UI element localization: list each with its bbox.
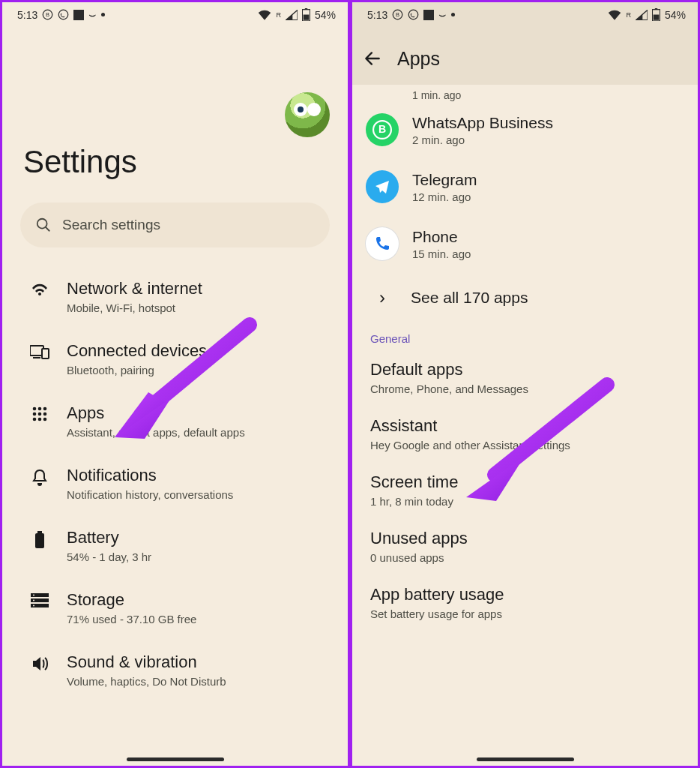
truncated-row-sub: 1 min. ago: [352, 89, 698, 101]
setting-sound[interactable]: Sound & vibrationVolume, haptics, Do Not…: [2, 639, 348, 701]
setting-storage[interactable]: Storage71% used - 37.10 GB free: [2, 577, 348, 639]
general-screen-time[interactable]: Screen time 1 hr, 8 min today: [352, 462, 698, 518]
battery-icon: [652, 8, 660, 21]
svg-point-27: [33, 605, 34, 607]
battery-icon: [34, 531, 45, 549]
svg-text:B: B: [378, 123, 386, 135]
setting-title: Apps: [67, 404, 245, 423]
general-unused-apps[interactable]: Unused apps 0 unused apps: [352, 518, 698, 574]
status-bar: 5:13 B ⌣ R 54%: [2, 2, 348, 24]
svg-point-12: [38, 407, 42, 411]
app-sub: 15 min. ago: [412, 248, 471, 260]
wifi-icon: [258, 10, 271, 20]
back-icon[interactable]: [363, 49, 382, 68]
status-time: 5:13: [17, 9, 37, 21]
app-row-phone[interactable]: Phone15 min. ago: [352, 215, 698, 272]
setting-title: Sound & vibration: [67, 652, 226, 672]
general-assistant[interactable]: Assistant Hey Google and other Assistant…: [352, 406, 698, 462]
r-indicator: R: [626, 11, 631, 19]
item-title: Default apps: [370, 360, 680, 380]
setting-apps[interactable]: AppsAssistant, recent apps, default apps: [2, 390, 348, 452]
app-name: Telegram: [412, 171, 477, 189]
app-name: Phone: [412, 228, 471, 246]
item-title: App battery usage: [370, 585, 680, 604]
svg-rect-34: [654, 15, 660, 20]
svg-point-14: [33, 412, 37, 416]
item-sub: Set battery usage for apps: [370, 608, 680, 620]
svg-rect-33: [655, 8, 657, 10]
setting-sub: 71% used - 37.10 GB free: [67, 613, 196, 626]
status-tilde-icon: ⌣: [438, 9, 447, 21]
search-input[interactable]: Search settings: [20, 202, 330, 248]
svg-point-2: [59, 10, 69, 20]
sound-icon: [31, 656, 49, 672]
setting-sub: Notification history, conversations: [67, 488, 233, 501]
nav-handle[interactable]: [127, 758, 224, 761]
wifi-icon: [608, 10, 621, 20]
status-icon-b: B: [392, 9, 403, 20]
app-sub: 12 min. ago: [412, 190, 477, 203]
setting-sub: Volume, haptics, Do Not Disturb: [67, 675, 226, 688]
search-placeholder: Search settings: [62, 217, 160, 233]
status-square-icon: [73, 10, 84, 20]
whatsapp-status-icon: [408, 9, 419, 20]
app-row-whatsapp-business[interactable]: B WhatsApp Business2 min. ago: [352, 101, 698, 158]
app-row-telegram[interactable]: Telegram12 min. ago: [352, 158, 698, 215]
header-title: Apps: [397, 48, 440, 70]
setting-title: Notifications: [67, 466, 233, 485]
item-title: Assistant: [370, 416, 680, 436]
svg-rect-20: [35, 533, 44, 548]
svg-rect-9: [42, 349, 49, 358]
svg-point-15: [38, 412, 42, 416]
svg-rect-21: [37, 531, 42, 533]
setting-title: Storage: [67, 590, 196, 610]
setting-sub: Bluetooth, pairing: [67, 364, 207, 376]
profile-avatar[interactable]: [285, 92, 330, 137]
svg-point-17: [33, 418, 37, 422]
general-default-apps[interactable]: Default apps Chrome, Phone, and Messages: [352, 350, 698, 406]
setting-title: Connected devices: [67, 341, 207, 361]
general-app-battery-usage[interactable]: App battery usage Set battery usage for …: [352, 574, 698, 631]
status-time: 5:13: [367, 9, 387, 21]
telegram-icon: [366, 170, 399, 203]
setting-sub: 54% - 1 day, 3 hr: [67, 550, 151, 563]
r-indicator: R: [276, 11, 281, 19]
svg-point-25: [33, 595, 34, 596]
status-dot-icon: [451, 13, 455, 16]
devices-icon: [30, 344, 49, 359]
status-square-icon: [423, 10, 434, 20]
nav-handle[interactable]: [477, 758, 574, 761]
see-all-apps[interactable]: › See all 170 apps: [352, 272, 698, 323]
status-bar: 5:13 B ⌣ R 54%: [352, 2, 698, 24]
setting-connected-devices[interactable]: Connected devicesBluetooth, pairing: [2, 328, 348, 390]
svg-text:B: B: [46, 11, 49, 18]
settings-screen: 5:13 B ⌣ R 54% Settings Search settings …: [2, 2, 348, 766]
svg-point-19: [43, 418, 47, 422]
signal-icon: [286, 10, 298, 20]
section-header-general: General: [352, 323, 698, 350]
app-sub: 2 min. ago: [412, 134, 553, 146]
whatsapp-business-icon: B: [366, 113, 399, 146]
setting-battery[interactable]: Battery54% - 1 day, 3 hr: [2, 514, 348, 577]
apps-screen: 5:13 B ⌣ R 54% Apps 1 min. ago B WhatsAp…: [352, 2, 698, 766]
chevron-right-icon: ›: [370, 287, 394, 308]
item-sub: Hey Google and other Assistant settings: [370, 439, 680, 452]
status-dot-icon: [101, 13, 105, 16]
setting-title: Battery: [67, 528, 151, 548]
item-sub: 0 unused apps: [370, 551, 680, 564]
svg-point-26: [33, 600, 34, 602]
svg-point-13: [43, 407, 47, 411]
svg-point-6: [37, 219, 47, 229]
signal-icon: [636, 10, 648, 20]
item-sub: Chrome, Phone, and Messages: [370, 382, 680, 395]
setting-notifications[interactable]: NotificationsNotification history, conve…: [2, 452, 348, 514]
setting-sub: Assistant, recent apps, default apps: [67, 426, 245, 439]
battery-percent: 54%: [315, 9, 336, 21]
svg-rect-5: [304, 15, 310, 20]
setting-network[interactable]: Network & internetMobile, Wi-Fi, hotspot: [2, 266, 348, 328]
svg-text:B: B: [396, 11, 399, 18]
setting-sub: Mobile, Wi-Fi, hotspot: [67, 302, 202, 314]
svg-line-7: [46, 227, 50, 232]
battery-percent: 54%: [665, 9, 686, 21]
app-name: WhatsApp Business: [412, 114, 553, 132]
